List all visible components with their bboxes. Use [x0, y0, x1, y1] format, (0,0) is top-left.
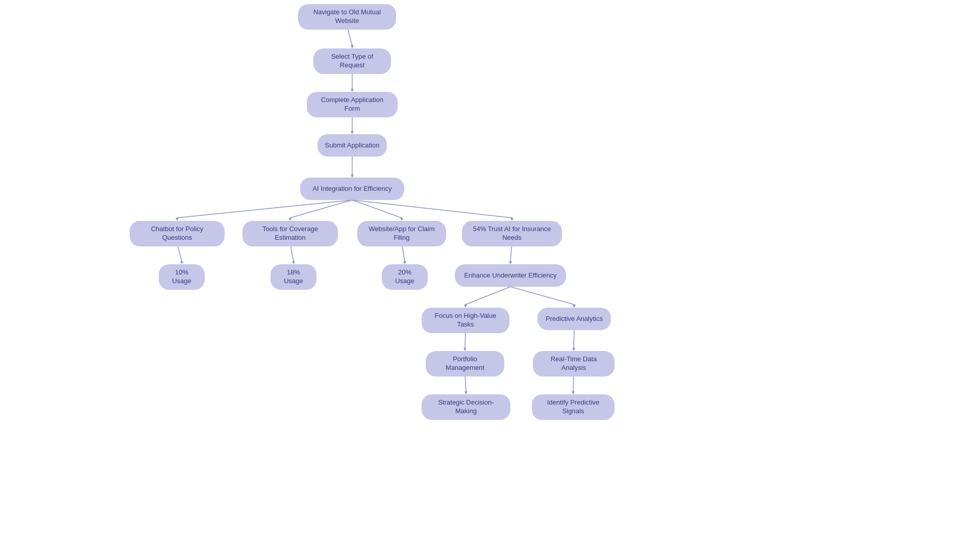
node-n1: Navigate to Old Mutual Website	[298, 4, 396, 30]
svg-line-14	[352, 200, 512, 218]
node-n10: 10% Usage	[159, 264, 205, 290]
node-n16: Portfolio Management	[426, 351, 504, 377]
node-n4: Submit Application	[317, 134, 387, 157]
node-n9: 54% Trust AI for Insurance Needs	[462, 221, 562, 246]
node-n5: AI Integration for Efficiency	[300, 178, 404, 200]
node-n3: Complete Application Form	[307, 92, 398, 117]
node-n6: Chatbot for Policy Questions	[130, 221, 225, 246]
svg-line-8	[177, 200, 352, 218]
node-n11: 18% Usage	[271, 264, 316, 290]
node-n2: Select Type of Request	[313, 48, 391, 74]
svg-line-24	[465, 287, 510, 305]
node-n8: Website/App for Claim Filing	[357, 221, 446, 246]
node-n15: Predictive Analytics	[537, 308, 611, 330]
node-n12: 20% Usage	[382, 264, 428, 290]
node-n13: Enhance Underwriter Efficiency	[455, 264, 566, 287]
node-n18: Strategic Decision-Making	[422, 394, 510, 420]
node-n19: Identify Predictive Signals	[532, 394, 615, 420]
node-n17: Real-Time Data Analysis	[533, 351, 615, 377]
node-n14: Focus on High-Value Tasks	[422, 308, 509, 333]
node-n7: Tools for Coverage Estimation	[242, 221, 338, 246]
svg-line-26	[510, 287, 574, 305]
svg-line-30	[574, 330, 574, 348]
svg-line-10	[290, 200, 353, 218]
diagram-container: Navigate to Old Mutual WebsiteSelect Typ…	[0, 0, 980, 551]
svg-line-12	[352, 200, 402, 218]
